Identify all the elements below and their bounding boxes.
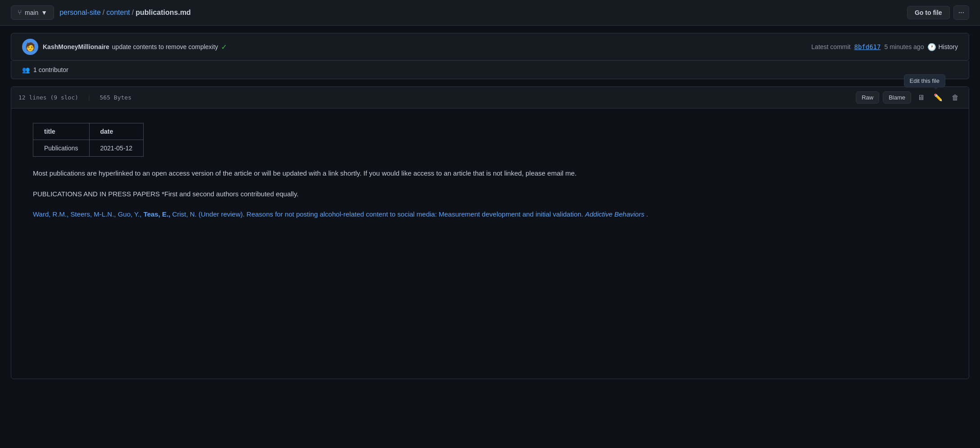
commit-bar: 🧑 KashMoneyMillionaire update contents t… <box>11 33 969 61</box>
file-body: title date Publications 2021-05-12 Most … <box>11 109 969 379</box>
file-lines: 12 lines (9 sloc) <box>18 94 78 101</box>
table-header-date: date <box>89 123 144 140</box>
history-link[interactable]: 🕐 History <box>927 43 958 51</box>
breadcrumb-separator-1: / <box>103 9 104 17</box>
more-options-button[interactable]: ··· <box>953 5 969 20</box>
branch-label: main <box>25 9 38 16</box>
table-cell-date: 2021-05-12 <box>89 140 144 157</box>
citation-text-before: Ward, R.M., Steers, M-L.N., Guo, Y., <box>33 210 144 218</box>
edit-tooltip: Edit this file <box>904 74 945 87</box>
blame-button[interactable]: Blame <box>883 91 911 104</box>
citation-link[interactable]: Ward, R.M., Steers, M-L.N., Guo, Y., Tea… <box>33 210 648 218</box>
top-bar-left: ⑂ main ▼ personal-site / content / publi… <box>11 5 191 20</box>
history-icon: 🕐 <box>927 43 936 51</box>
commit-bar-left: 🧑 KashMoneyMillionaire update contents t… <box>22 39 227 55</box>
git-branch-icon: ⑂ <box>18 9 22 17</box>
file-meta: 12 lines (9 sloc) | 565 Bytes <box>18 94 131 101</box>
table-cell-title: Publications <box>33 140 90 157</box>
commit-author[interactable]: KashMoneyMillionaire <box>43 43 109 50</box>
history-label: History <box>938 43 958 50</box>
frontmatter-table: title date Publications 2021-05-12 <box>33 123 144 157</box>
table-row: Publications 2021-05-12 <box>33 140 144 157</box>
contributor-count: 1 <box>33 66 37 73</box>
contributors-icon: 👥 <box>22 66 30 73</box>
breadcrumb-separator-2: / <box>132 9 134 17</box>
branch-selector[interactable]: ⑂ main ▼ <box>11 5 54 20</box>
breadcrumb-folder[interactable]: content <box>106 9 130 17</box>
file-header: 12 lines (9 sloc) | 565 Bytes Raw Blame … <box>11 87 969 109</box>
file-size: 565 Bytes <box>100 94 131 101</box>
file-meta-separator: | <box>87 94 95 101</box>
commit-hash[interactable]: 8bfd617 <box>854 43 881 50</box>
chevron-down-icon: ▼ <box>41 9 47 16</box>
table-header-title: title <box>33 123 90 140</box>
top-bar: ⑂ main ▼ personal-site / content / publi… <box>0 0 980 26</box>
paragraph-2: PUBLICATIONS AND IN PRESS PAPERS *First … <box>33 188 947 200</box>
citation-bold-author: Teas, E., <box>144 210 171 218</box>
contributor-bar: 👥 1 contributor <box>11 61 969 79</box>
breadcrumb-file: publications.md <box>135 9 191 17</box>
contributor-label: contributor <box>39 66 68 73</box>
edit-file-button[interactable]: ✏️ <box>931 91 945 104</box>
citation-journal-italic: Addictive Behaviors <box>585 210 645 218</box>
top-bar-right: Go to file ··· <box>907 5 969 20</box>
citation-period: . <box>646 210 648 218</box>
latest-commit-label: Latest commit <box>811 43 850 50</box>
commit-time: 5 minutes ago <box>884 43 924 50</box>
citation-text-middle: Crist, N. (Under review). Reasons for no… <box>172 210 585 218</box>
avatar: 🧑 <box>22 39 38 55</box>
breadcrumb-repo[interactable]: personal-site <box>59 9 101 17</box>
edit-button-container: Edit this file ✏️ <box>931 91 945 104</box>
commit-bar-right: Latest commit 8bfd617 5 minutes ago 🕐 Hi… <box>811 43 958 51</box>
breadcrumb: personal-site / content / publications.m… <box>59 9 191 17</box>
commit-message: update contents to remove complexity <box>112 43 218 50</box>
delete-file-button[interactable]: 🗑 <box>949 92 962 104</box>
commit-info: KashMoneyMillionaire update contents to … <box>43 43 227 51</box>
go-to-file-button[interactable]: Go to file <box>907 6 950 19</box>
paragraph-1: Most publications are hyperlinked to an … <box>33 167 947 179</box>
display-mode-icon[interactable]: 🖥 <box>915 92 927 104</box>
file-actions: Raw Blame 🖥 Edit this file ✏️ 🗑 <box>856 91 962 104</box>
raw-button[interactable]: Raw <box>856 91 879 104</box>
citation-paragraph: Ward, R.M., Steers, M-L.N., Guo, Y., Tea… <box>33 208 947 220</box>
commit-check-icon: ✓ <box>221 43 227 51</box>
file-container: 12 lines (9 sloc) | 565 Bytes Raw Blame … <box>11 86 969 379</box>
